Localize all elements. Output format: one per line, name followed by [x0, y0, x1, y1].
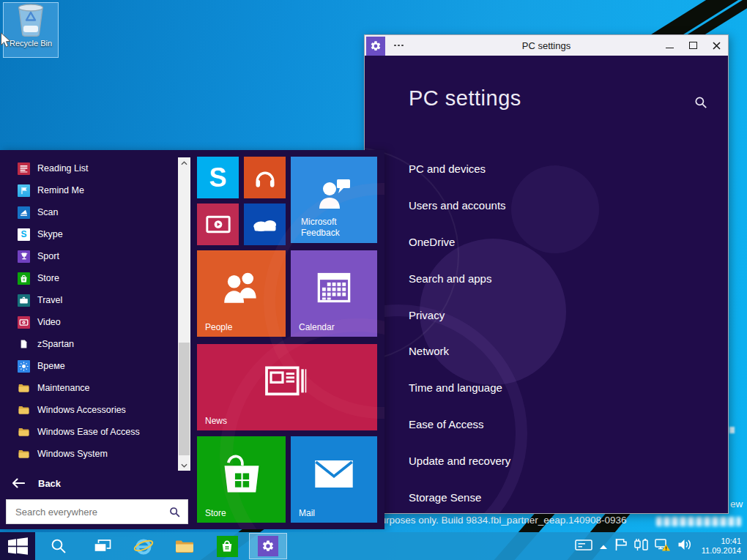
search-input[interactable] — [14, 506, 169, 518]
app-label: Време — [37, 361, 65, 371]
skype-icon: S — [18, 228, 30, 241]
nav-item-storage-sense[interactable]: Storage Sense — [409, 479, 713, 513]
app-label: Travel — [37, 295, 62, 305]
tile-news[interactable]: News — [197, 344, 377, 430]
app-item-store[interactable]: Store — [0, 267, 176, 289]
tile-label: Store — [205, 508, 226, 518]
app-label: Maintenance — [37, 383, 90, 393]
app-item-reading-list[interactable]: Reading List — [0, 157, 176, 179]
system-tray: 10:41 11.09.2014 — [575, 537, 747, 556]
power-battery-icon[interactable] — [633, 538, 648, 554]
app-label: Scan — [37, 207, 59, 217]
folder-icon — [18, 382, 30, 395]
suitcase-icon — [18, 294, 30, 307]
scrollbar-thumb[interactable] — [179, 343, 190, 455]
start-search-box[interactable] — [6, 499, 188, 524]
show-hidden-icons-button[interactable] — [599, 540, 608, 553]
start-menu: Reading List Remind Me Scan S Skype — [0, 150, 384, 529]
back-arrow-icon — [12, 478, 25, 488]
nav-item-network[interactable]: Network — [409, 333, 713, 370]
task-view-icon — [94, 540, 111, 553]
taskbar-search-button[interactable] — [44, 532, 73, 560]
gear-icon — [258, 536, 278, 556]
nav-item-onedrive[interactable]: OneDrive — [409, 224, 713, 261]
app-item-skype[interactable]: S Skype — [0, 223, 176, 245]
app-item-sport[interactable]: Sport — [0, 245, 176, 267]
tile-microsoft-feedback[interactable]: Microsoft Feedback — [291, 157, 377, 243]
scroll-down-button[interactable] — [178, 460, 190, 471]
tile-music[interactable] — [244, 157, 286, 198]
onedrive-clouds-icon — [244, 204, 286, 245]
task-view-button[interactable] — [88, 532, 117, 560]
tile-label: Mail — [299, 508, 315, 518]
window-titlebar[interactable]: PC settings — [365, 35, 728, 56]
watermark-fragment — [729, 427, 735, 433]
store-bag-icon — [217, 536, 238, 557]
settings-search-button[interactable] — [694, 96, 707, 112]
app-list: Reading List Remind Me Scan S Skype — [0, 157, 176, 465]
folder-icon — [18, 448, 30, 460]
action-center-flag-icon[interactable] — [614, 538, 627, 554]
nav-item-pc-and-devices[interactable]: PC and devices — [409, 151, 713, 187]
tile-mail[interactable]: Mail — [291, 436, 377, 523]
app-label: Remind Me — [37, 185, 84, 195]
back-label: Back — [38, 478, 61, 489]
speaker-icon[interactable] — [677, 538, 692, 554]
scanner-icon — [18, 206, 30, 219]
chevron-up-icon — [599, 544, 608, 550]
app-label: Skype — [37, 229, 63, 239]
back-button[interactable]: Back — [0, 472, 61, 494]
network-warning-icon[interactable] — [655, 538, 671, 554]
app-item-remind-me[interactable]: Remind Me — [0, 179, 176, 201]
tile-skype[interactable]: S — [197, 157, 239, 198]
touch-keyboard-icon[interactable] — [575, 539, 592, 554]
app-label: Windows Accessories — [37, 405, 126, 415]
internet-explorer-button[interactable] — [129, 532, 158, 560]
page-title: PC settings — [409, 86, 521, 111]
reading-list-icon — [18, 163, 30, 175]
search-icon — [694, 96, 707, 109]
video-player-icon — [197, 204, 239, 245]
tile-onedrive[interactable] — [244, 204, 286, 245]
recycle-bin-desktop-icon[interactable]: Recycle Bin — [3, 2, 59, 58]
tile-store[interactable]: Store — [197, 436, 286, 523]
nav-item-ease-of-access[interactable]: Ease of Access — [409, 406, 713, 443]
file-explorer-button[interactable] — [170, 532, 199, 560]
nav-item-update-and-recovery[interactable]: Update and recovery — [409, 442, 713, 479]
video-player-icon — [18, 316, 30, 329]
app-list-scrollbar[interactable] — [178, 157, 190, 471]
app-item-windows-accessories[interactable]: Windows Accessories — [0, 399, 176, 421]
nav-item-search-and-apps[interactable]: Search and apps — [409, 260, 713, 296]
recycle-bin-label: Recycle Bin — [10, 39, 52, 48]
start-button[interactable] — [0, 532, 35, 560]
app-label: zSpartan — [37, 339, 74, 349]
nav-item-privacy[interactable]: Privacy — [409, 296, 713, 333]
tile-video[interactable] — [197, 204, 239, 245]
pc-settings-window: PC settings PC settings — [364, 34, 729, 514]
taskbar-clock[interactable]: 10:41 11.09.2014 — [699, 537, 741, 556]
tile-people[interactable]: People — [197, 250, 286, 337]
tile-label: Calendar — [299, 322, 335, 332]
skype-icon: S — [197, 157, 239, 198]
taskbar: 10:41 11.09.2014 — [0, 532, 747, 560]
window-title: PC settings — [365, 40, 728, 51]
app-item-scan[interactable]: Scan — [0, 201, 176, 223]
mail-envelope-icon — [291, 436, 377, 511]
app-item-video[interactable]: Video — [0, 311, 176, 333]
pc-settings-taskbar-button[interactable] — [249, 533, 287, 559]
app-item-maintenance[interactable]: Maintenance — [0, 377, 176, 399]
windows-logo-icon — [8, 537, 28, 555]
app-item-zspartan[interactable]: zSpartan — [0, 333, 176, 355]
nav-item-time-and-language[interactable]: Time and language — [409, 370, 713, 406]
scroll-up-button[interactable] — [178, 157, 190, 168]
folder-icon — [175, 540, 194, 553]
app-item-windows-system[interactable]: Windows System — [0, 443, 176, 465]
nav-item-users-and-accounts[interactable]: Users and accounts — [409, 187, 713, 224]
app-item-travel[interactable]: Travel — [0, 289, 176, 311]
app-label: Sport — [37, 251, 59, 261]
desktop: ew purposes only. Build 9834.fbl_partner… — [0, 0, 747, 560]
tile-calendar[interactable]: Calendar — [291, 250, 377, 337]
store-taskbar-button[interactable] — [212, 532, 242, 560]
app-item-windows-ease-of-access[interactable]: Windows Ease of Access — [0, 421, 176, 443]
app-item-vreme[interactable]: Време — [0, 355, 176, 377]
